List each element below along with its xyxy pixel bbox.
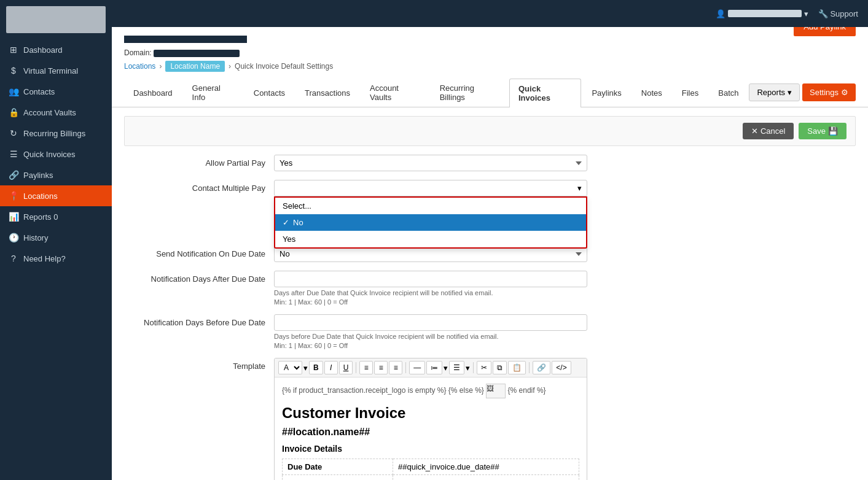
tab-account-vaults[interactable]: Account Vaults xyxy=(361,78,429,107)
sidebar-item-dashboard[interactable]: ⊞ Dashboard xyxy=(0,39,112,60)
italic-button[interactable]: I xyxy=(324,361,338,374)
tab-recurring-billings[interactable]: Recurring Billings xyxy=(431,78,508,107)
tab-notes[interactable]: Notes xyxy=(632,83,671,103)
option-label: Select... xyxy=(283,201,311,211)
topbar-support[interactable]: 🔧 Support xyxy=(818,9,858,18)
notification-days-after-input[interactable] xyxy=(274,271,587,287)
list-ul-button[interactable]: ≔ xyxy=(426,361,442,374)
allow-partial-pay-select[interactable]: Yes No xyxy=(274,155,587,171)
tab-files[interactable]: Files xyxy=(673,83,708,103)
sidebar-item-label: Virtual Terminal xyxy=(23,66,78,75)
code-button[interactable]: </> xyxy=(552,361,571,374)
tab-paylinks[interactable]: Paylinks xyxy=(582,83,630,103)
cancel-x-icon: ✕ xyxy=(751,126,758,136)
sidebar-item-virtual-terminal[interactable]: $ Virtual Terminal xyxy=(0,60,112,81)
tab-batch[interactable]: Batch xyxy=(709,83,748,103)
settings-gear-icon: ⚙ xyxy=(841,88,848,97)
sidebar-item-recurring-billings[interactable]: ↻ Recurring Billings xyxy=(0,123,112,144)
form-area: ✕ Cancel Save 💾 Allow Partial Pay Yes No xyxy=(112,107,868,480)
dropdown-option-select[interactable]: Select... xyxy=(275,198,586,214)
sidebar-item-locations[interactable]: 📍 Locations xyxy=(0,185,112,206)
separator-4 xyxy=(529,362,530,373)
cut-button[interactable]: ✂ xyxy=(477,361,491,374)
user-icon: 👤 xyxy=(716,9,725,18)
sidebar-item-label: Quick Invoices xyxy=(23,150,76,159)
tab-general-info[interactable]: General Info xyxy=(183,78,243,107)
notification-days-after-help1: Days after Due Date that Quick Invoice r… xyxy=(274,289,587,296)
sidebar-item-history[interactable]: 🕐 History xyxy=(0,227,112,248)
form-actions: ✕ Cancel Save 💾 xyxy=(124,116,856,146)
topbar-user[interactable]: 👤 ▾ xyxy=(716,9,808,18)
tab-quick-invoices[interactable]: Quick Invoices xyxy=(509,79,581,107)
template-row: Template A ▾ B I U ≡ ≡ ≡ xyxy=(124,358,856,480)
table-row: Invoice Title ##quick_invoice.title## xyxy=(283,475,579,481)
settings-button[interactable]: Settings ⚙ xyxy=(802,83,856,101)
invoice-title: Customer Invoice xyxy=(282,405,579,422)
list-chevron-icon: ▾ xyxy=(444,363,448,373)
dashboard-icon: ⊞ xyxy=(9,45,18,55)
tab-contacts[interactable]: Contacts xyxy=(244,83,294,103)
cancel-button[interactable]: ✕ Cancel xyxy=(743,123,794,139)
template-control: A ▾ B I U ≡ ≡ ≡ — ≔ ▾ xyxy=(274,358,587,480)
notification-days-after-help2: Min: 1 | Max: 60 | 0 = Off xyxy=(274,298,587,306)
sidebar-item-label: Locations xyxy=(23,192,58,201)
notification-days-before-input[interactable] xyxy=(274,314,587,331)
add-paylink-button[interactable]: Add Paylink xyxy=(794,27,856,36)
breadcrumb-current: Quick Invoice Default Settings xyxy=(235,62,333,71)
save-button[interactable]: Save 💾 xyxy=(799,123,846,139)
contact-multiple-pay-trigger[interactable]: ▾ xyxy=(274,180,587,196)
domain-row: Domain: xyxy=(124,48,247,57)
breadcrumb-middle[interactable]: Location Name xyxy=(165,61,225,72)
checkmark-icon: ✓ xyxy=(283,218,289,227)
reports-button[interactable]: Reports ▾ xyxy=(749,83,800,101)
copy-button[interactable]: ⧉ xyxy=(493,361,507,374)
row-label: Invoice Title xyxy=(283,475,393,481)
sidebar-item-need-help[interactable]: ? Need Help? xyxy=(0,248,112,269)
align-left-button[interactable]: ≡ xyxy=(359,361,373,374)
nav-tabs: Dashboard General Info Contacts Transact… xyxy=(112,78,868,107)
sidebar-item-label: Recurring Billings xyxy=(23,129,85,138)
save-floppy-icon: 💾 xyxy=(828,126,838,136)
invoice-details-title: Invoice Details xyxy=(282,444,579,454)
hr-button[interactable]: — xyxy=(409,361,425,374)
font-family-select[interactable]: A xyxy=(278,361,302,374)
settings-label: Settings xyxy=(810,88,839,97)
align-right-button[interactable]: ≡ xyxy=(389,361,402,374)
breadcrumb-locations[interactable]: Locations xyxy=(124,62,155,71)
image-placeholder-icon: 🖼 xyxy=(486,384,506,398)
bold-button[interactable]: B xyxy=(309,361,323,374)
notification-days-after-row: Notification Days After Due Date Days af… xyxy=(124,271,856,306)
support-label: Support xyxy=(830,9,858,18)
sidebar-item-reports[interactable]: 📊 Reports 0 xyxy=(0,206,112,227)
contact-multiple-pay-dropdown: Select... ✓ No Yes xyxy=(274,196,587,249)
paste-button[interactable]: 📋 xyxy=(508,361,526,374)
contact-multiple-pay-label: Contact Multiple Pay xyxy=(124,180,265,193)
row-value: ##quick_invoice.title## xyxy=(393,475,579,481)
underline-button[interactable]: U xyxy=(339,361,353,374)
option-label: Yes xyxy=(283,234,295,244)
link-button[interactable]: 🔗 xyxy=(533,361,550,374)
separator-2 xyxy=(405,362,406,373)
page-header: Domain: Add Paylink Locations › Location… xyxy=(112,27,868,72)
align-center-button[interactable]: ≡ xyxy=(374,361,388,374)
sidebar-item-label: Paylinks xyxy=(23,171,53,180)
recurring-icon: ↻ xyxy=(9,128,18,138)
sidebar-item-paylinks[interactable]: 🔗 Paylinks xyxy=(0,165,112,185)
sidebar-item-account-vaults[interactable]: 🔒 Account Vaults xyxy=(0,102,112,123)
tab-dashboard[interactable]: Dashboard xyxy=(124,83,182,103)
editor-content[interactable]: {% if product_transaction.receipt_logo i… xyxy=(275,377,587,480)
main-content: 👤 ▾ 🔧 Support Domain: Add Paylink xyxy=(112,0,868,480)
sidebar-item-quick-invoices[interactable]: ☰ Quick Invoices xyxy=(0,144,112,165)
sidebar: ⊞ Dashboard $ Virtual Terminal 👥 Contact… xyxy=(0,0,112,480)
sidebar-item-contacts[interactable]: 👥 Contacts xyxy=(0,81,112,102)
contact-multiple-pay-row: Contact Multiple Pay ▾ Select... ✓ No xyxy=(124,180,856,196)
dropdown-option-yes[interactable]: Yes xyxy=(275,231,586,247)
breadcrumb-sep2: › xyxy=(229,62,231,71)
contact-multiple-pay-control: ▾ Select... ✓ No Yes xyxy=(274,180,587,196)
history-icon: 🕐 xyxy=(9,233,18,242)
tabs-right: Reports ▾ Settings ⚙ xyxy=(749,83,856,101)
list-ol-button[interactable]: ☰ xyxy=(449,361,464,374)
tab-transactions[interactable]: Transactions xyxy=(295,83,359,103)
dropdown-option-no[interactable]: ✓ No xyxy=(275,214,586,231)
allow-partial-pay-label: Allow Partial Pay xyxy=(124,155,265,168)
